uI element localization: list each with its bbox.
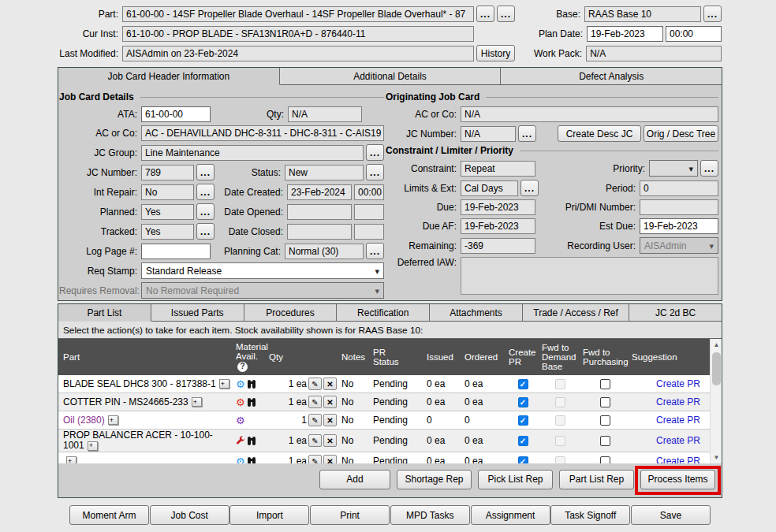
fwd-purchasing-checkbox[interactable] <box>600 436 610 446</box>
base-lookup-button[interactable]: ... <box>703 6 722 22</box>
status-label: Status: <box>215 167 285 178</box>
scroll-down-arrow[interactable] <box>711 452 722 463</box>
ata-field[interactable]: 61-00-00 <box>141 106 211 122</box>
fwd-purchasing-checkbox[interactable] <box>600 397 610 407</box>
req-stamp-select[interactable]: Standard Release <box>141 262 384 279</box>
jc-number-lookup-button[interactable]: ... <box>196 164 215 180</box>
orig-jc-number-lookup-button[interactable]: ... <box>518 125 536 142</box>
expand-part-button[interactable] <box>66 456 76 463</box>
priority-lookup-button[interactable]: ... <box>700 160 718 177</box>
planned-lookup-button[interactable]: ... <box>196 203 215 220</box>
qty-value: 1 ea <box>289 378 307 389</box>
fwd-demand-base-checkbox <box>555 397 565 407</box>
table-scrollbar[interactable] <box>710 339 722 463</box>
part-name: PROP BALANCER ACER - 10-100-1001 <box>63 430 213 451</box>
tab-rectification[interactable]: Rectification <box>337 304 430 322</box>
int-repair-field: No <box>141 184 194 200</box>
jc-group-lookup-button[interactable]: ... <box>366 144 384 161</box>
create-pr-link[interactable]: Create PR <box>656 415 700 426</box>
est-due-field[interactable]: 19-Feb-2023 <box>640 218 718 234</box>
fwd-purchasing-checkbox[interactable] <box>600 456 610 464</box>
tab-jc-2d-bc[interactable]: JC 2d BC <box>629 304 722 322</box>
delete-row-button[interactable] <box>323 378 337 390</box>
tab-attachments[interactable]: Attachments <box>430 304 523 322</box>
job-cost-button[interactable]: Job Cost <box>150 505 229 525</box>
limits-ext-lookup-button[interactable]: ... <box>520 180 539 196</box>
delete-row-button[interactable] <box>323 414 337 426</box>
fwd-purchasing-checkbox[interactable] <box>600 415 610 426</box>
scroll-up-arrow[interactable] <box>711 339 722 351</box>
create-pr-link[interactable]: Create PR <box>656 456 700 463</box>
process-items-button[interactable]: Process Items <box>640 470 715 489</box>
part-list-table: Part Material Avail.? Qty Notes PR Statu… <box>58 339 722 463</box>
import-button[interactable]: Import <box>229 505 309 525</box>
log-page-label: Log Page #: <box>59 246 141 257</box>
create-pr-checkbox[interactable] <box>518 415 528 426</box>
scrollbar-thumb[interactable] <box>712 352 721 385</box>
mpd-tasks-button[interactable]: MPD Tasks <box>390 505 470 525</box>
tab-additional-details[interactable]: Additional Details <box>280 68 502 85</box>
edit-qty-button[interactable] <box>308 378 322 390</box>
part-lookup-button-2[interactable]: ... <box>497 6 515 22</box>
tab-issued-parts[interactable]: Issued Parts <box>151 304 244 322</box>
fwd-purchasing-checkbox[interactable] <box>600 379 610 389</box>
tab-defect-analysis[interactable]: Defect Analysis <box>501 68 722 85</box>
create-pr-link[interactable]: Create PR <box>656 378 700 389</box>
expand-part-button[interactable] <box>219 379 229 389</box>
expand-part-button[interactable] <box>192 397 202 407</box>
create-pr-link[interactable]: Create PR <box>656 396 700 407</box>
create-pr-checkbox[interactable] <box>518 436 528 446</box>
date-closed-label: Date Closed: <box>215 226 287 237</box>
binoculars-icon[interactable] <box>248 398 256 407</box>
record-header: Part: 61-00-00 - 14SF Propeller Blade Ov… <box>0 0 776 66</box>
edit-qty-button[interactable] <box>308 396 322 408</box>
edit-qty-button[interactable] <box>308 414 322 426</box>
create-desc-jc-button[interactable]: Create Desc JC <box>558 125 641 142</box>
main-tabbar: Job Card Header Information Additional D… <box>58 68 722 85</box>
create-pr-checkbox[interactable] <box>518 456 528 464</box>
help-icon[interactable]: ? <box>237 362 248 372</box>
expand-part-button[interactable] <box>108 415 118 425</box>
history-button[interactable]: History <box>476 45 515 61</box>
save-button[interactable]: Save <box>631 505 711 525</box>
print-button[interactable]: Print <box>310 505 390 525</box>
planning-cat-lookup-button[interactable]: ... <box>366 243 384 259</box>
add-button[interactable]: Add <box>319 470 390 489</box>
status-lookup-button[interactable]: ... <box>366 164 384 180</box>
binoculars-icon[interactable] <box>248 380 256 389</box>
tracked-lookup-button[interactable]: ... <box>196 223 215 240</box>
ordered-value: 0 ea <box>462 396 506 408</box>
edit-qty-button[interactable] <box>308 455 322 463</box>
log-page-field[interactable] <box>141 244 211 259</box>
part-lookup-button[interactable]: ... <box>476 6 494 22</box>
orig-desc-tree-button[interactable]: Orig / Desc Tree <box>644 125 718 142</box>
delete-row-button[interactable] <box>323 434 337 447</box>
edit-qty-button[interactable] <box>308 434 322 447</box>
create-pr-checkbox[interactable] <box>518 397 528 407</box>
moment-arm-button[interactable]: Moment Arm <box>69 505 149 525</box>
assignment-button[interactable]: Assignment <box>471 505 550 525</box>
part-name[interactable]: Oil (2380) <box>63 415 105 426</box>
base-field: RAAS Base 10 <box>584 6 701 22</box>
shortage-rep-button[interactable]: Shortage Rep <box>397 470 472 489</box>
col-notes: Notes <box>339 351 371 363</box>
expand-part-button[interactable] <box>88 441 98 451</box>
delete-row-button[interactable] <box>323 455 337 463</box>
plan-time-field[interactable]: 00:00 <box>666 26 722 42</box>
priority-select[interactable] <box>649 160 698 177</box>
pick-list-rep-button[interactable]: Pick List Rep <box>478 470 553 489</box>
binoculars-icon[interactable] <box>248 457 256 464</box>
int-repair-lookup-button[interactable]: ... <box>196 184 215 200</box>
tab-job-card-header-information[interactable]: Job Card Header Information <box>58 68 280 85</box>
part-list-rep-button[interactable]: Part List Rep <box>559 470 634 489</box>
tab-procedures[interactable]: Procedures <box>244 304 338 322</box>
binoculars-icon[interactable] <box>248 437 256 445</box>
period-field: 0 <box>640 180 718 196</box>
create-pr-link[interactable]: Create PR <box>656 435 700 446</box>
delete-row-button[interactable] <box>323 396 337 408</box>
create-pr-checkbox[interactable] <box>518 379 528 389</box>
tab-part-list[interactable]: Part List <box>58 304 151 322</box>
tab-trade-access-ref[interactable]: Trade / Access / Ref <box>523 304 629 322</box>
task-signoff-button[interactable]: Task Signoff <box>550 505 630 525</box>
plan-date-field[interactable]: 19-Feb-2023 <box>587 26 663 42</box>
